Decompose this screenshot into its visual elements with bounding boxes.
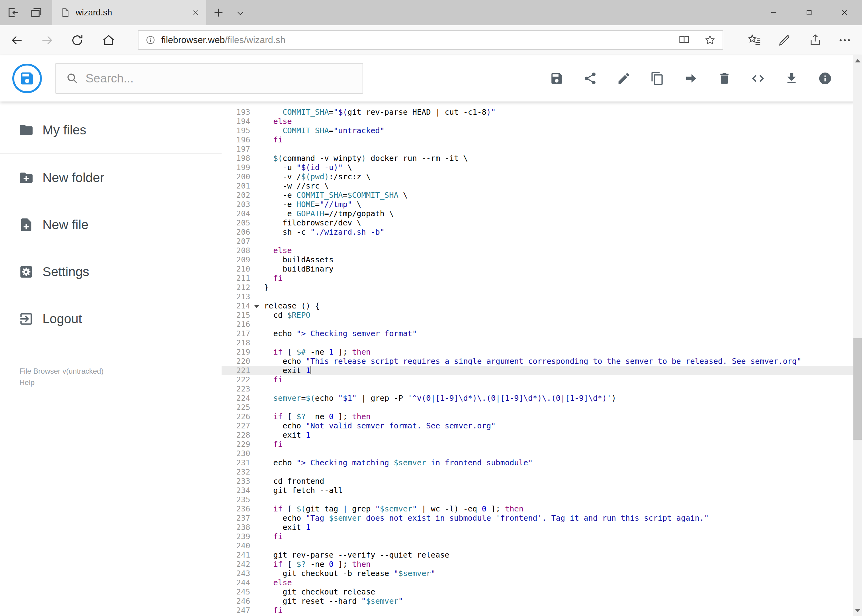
code-line[interactable]: 222 fi [222,375,853,384]
copy-button[interactable] [650,71,664,85]
code-line[interactable]: 246 git reset --hard "$semver" [222,597,853,606]
delete-button[interactable] [717,71,731,85]
new-tab-button[interactable] [212,6,225,19]
code-line[interactable]: 196 fi [222,135,853,145]
page-info-icon[interactable] [145,35,156,45]
scroll-up-icon[interactable] [855,59,860,63]
code-editor[interactable]: 193 COMMIT_SHA="$(git rev-parse HEAD | c… [222,102,853,616]
help-link[interactable]: Help [19,377,103,388]
code-line[interactable]: 233 cd frontend [222,477,853,486]
code-line[interactable]: 215 cd $REPO [222,311,853,320]
favorite-star-icon[interactable] [704,34,716,46]
code-line[interactable]: 224 semver=$(echo "$1" | grep -P '^v(0|[… [222,394,853,403]
code-line[interactable]: 238 exit 1 [222,523,853,532]
tab-list-chevron-icon[interactable] [235,7,246,19]
filebrowser-logo[interactable] [12,64,42,93]
code-line[interactable]: 210 buildBinary [222,264,853,274]
home-icon[interactable] [102,33,116,47]
code-line[interactable]: 239 fi [222,532,853,541]
code-line[interactable]: 243 git checkout -b release "$semver" [222,569,853,578]
code-line[interactable]: 216 [222,320,853,329]
favorites-hub-icon[interactable] [747,33,761,47]
code-line[interactable]: 229 fi [222,440,853,449]
search-box[interactable] [55,63,363,94]
page-scrollbar[interactable] [853,55,862,616]
maximize-button[interactable] [791,0,827,25]
code-line[interactable]: 247 fi [222,606,853,615]
move-button[interactable] [684,71,698,85]
more-options-icon[interactable] [838,33,852,47]
code-line[interactable]: 213 [222,292,853,302]
code-line[interactable]: 206 sh -c "./wizard.sh -b" [222,228,853,237]
code-line[interactable]: 202 -e COMMIT_SHA=$COMMIT_SHA \ [222,191,853,200]
reading-view-icon[interactable] [678,34,690,46]
code-line[interactable]: 223 [222,384,853,394]
code-line[interactable]: 211 fi [222,274,853,283]
edit-button[interactable] [617,71,631,85]
code-line[interactable]: 226 if [ $? -ne 0 ]; then [222,412,853,421]
address-bar[interactable]: filebrowser.web/files/wizard.sh [138,30,723,50]
code-line[interactable]: 225 [222,403,853,412]
minimize-button[interactable] [756,0,791,25]
code-line[interactable]: 232 [222,467,853,477]
refresh-icon[interactable] [70,33,84,47]
forward-icon[interactable] [40,33,54,47]
fold-toggle-icon[interactable] [254,305,259,308]
code-line[interactable]: 212} [222,283,853,292]
code-line[interactable]: 205 filebrowser/dev \ [222,218,853,228]
search-input[interactable] [85,72,356,85]
code-line[interactable]: 242 if [ $? -ne 0 ]; then [222,560,853,569]
code-line[interactable]: 235 [222,495,853,504]
browser-tab[interactable]: wizard.sh [52,0,206,25]
scrollbar-thumb[interactable] [853,338,862,440]
share-page-icon[interactable] [808,33,822,47]
set-tabs-aside-icon[interactable] [7,6,20,19]
code-line[interactable]: 204 -e GOPATH=//tmp/gopath \ [222,209,853,218]
sidebar-item-logout[interactable]: Logout [0,295,222,342]
code-button[interactable] [751,71,765,85]
code-line[interactable]: 231 echo "> Checking matching $semver in… [222,458,853,467]
info-button[interactable] [818,71,832,85]
code-line[interactable]: 208 else [222,246,853,255]
code-line[interactable]: 228 exit 1 [222,431,853,440]
code-line[interactable]: 220 echo "This release script requires a… [222,357,853,366]
code-line[interactable]: 207 [222,237,853,246]
code-line[interactable]: 201 -w //src \ [222,181,853,191]
tab-close-icon[interactable] [191,8,200,17]
code-line[interactable]: 244 else [222,578,853,588]
back-icon[interactable] [10,33,24,47]
code-line[interactable]: 236 if [ $(git tag | grep "$semver" | wc… [222,504,853,514]
download-button[interactable] [785,71,799,85]
code-line[interactable]: 209 buildAssets [222,255,853,264]
share-button[interactable] [583,71,597,85]
scroll-down-icon[interactable] [855,609,860,612]
sidebar-item-my-files[interactable]: My files [0,107,222,154]
code-line[interactable]: 230 [222,449,853,458]
code-line[interactable]: 245 git checkout release [222,588,853,597]
save-button[interactable] [550,71,564,85]
code-line[interactable]: 237 echo "Tag $semver does not exist in … [222,514,853,523]
code-line[interactable]: 214release () { [222,302,853,311]
code-line[interactable]: 194 else [222,117,853,126]
tabs-preview-icon[interactable] [30,6,43,19]
code-line[interactable]: 240 [222,541,853,550]
code-line[interactable]: 195 COMMIT_SHA="untracked" [222,126,853,135]
code-line[interactable]: 219 if [ $# -ne 1 ]; then [222,347,853,357]
code-line[interactable]: 197 [222,145,853,154]
code-line[interactable]: 241 git rev-parse --verify --quiet relea… [222,550,853,560]
code-line[interactable]: 218 [222,338,853,347]
code-line[interactable]: 199 -u "$(id -u)" \ [222,163,853,172]
web-note-pen-icon[interactable] [777,33,791,47]
code-line[interactable]: 198 $(command -v winpty) docker run --rm… [222,154,853,163]
code-line[interactable]: 221 exit 1 [222,366,853,375]
sidebar-item-settings[interactable]: Settings [0,248,222,295]
code-line[interactable]: 234 git fetch --all [222,486,853,495]
code-line[interactable]: 193 COMMIT_SHA="$(git rev-parse HEAD | c… [222,108,853,117]
code-line[interactable]: 227 echo "Not valid semver format. See s… [222,421,853,431]
code-line[interactable]: 200 -v /$(pwd):/src:z \ [222,172,853,181]
sidebar-item-new-folder[interactable]: New folder [0,154,222,201]
code-line[interactable]: 203 -e HOME="//tmp" \ [222,200,853,209]
close-button[interactable] [827,0,862,25]
code-line[interactable]: 217 echo "> Checking semver format" [222,329,853,338]
sidebar-item-new-file[interactable]: New file [0,201,222,248]
